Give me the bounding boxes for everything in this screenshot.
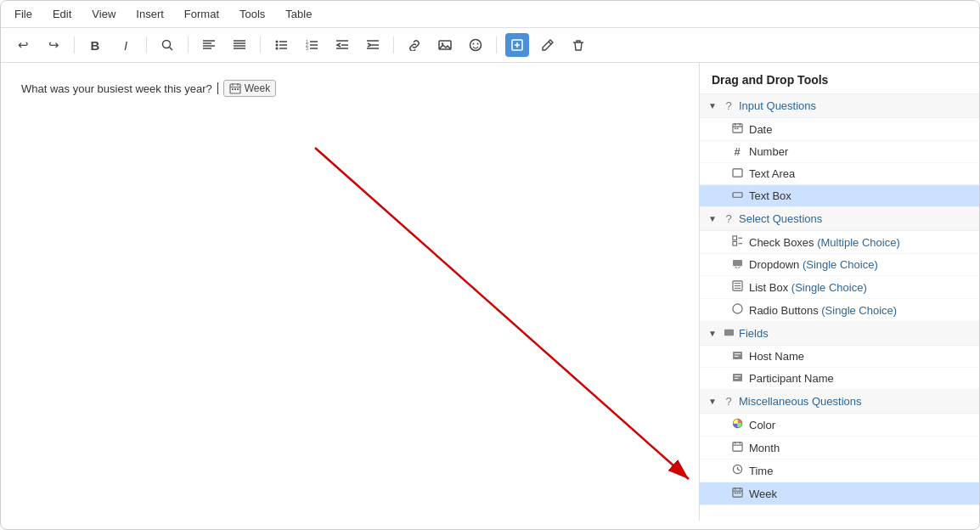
link-button[interactable] xyxy=(403,33,426,57)
date-icon xyxy=(730,122,744,136)
week-field-pill[interactable]: Week xyxy=(223,80,276,97)
item-week[interactable]: Week xyxy=(700,482,979,505)
item-label-radio: Radio Buttons (Single Choice) xyxy=(749,304,897,317)
svg-line-1 xyxy=(170,48,173,51)
outdent-button[interactable] xyxy=(330,33,354,57)
item-label-time: Time xyxy=(749,465,773,477)
menu-file[interactable]: File xyxy=(11,6,36,22)
item-text-area[interactable]: Text Area xyxy=(700,163,979,185)
group-select-questions[interactable]: ▼ ? Select Questions xyxy=(700,207,979,231)
image-icon xyxy=(438,39,452,51)
item-participant-name[interactable]: Participant Name xyxy=(700,368,979,390)
redo-button[interactable]: ↪ xyxy=(42,33,65,57)
italic-button[interactable]: I xyxy=(114,33,138,57)
menu-table[interactable]: Table xyxy=(282,6,315,22)
item-month[interactable]: Month xyxy=(700,437,979,460)
item-dropdown[interactable]: Dropdown (Single Choice) xyxy=(700,254,979,276)
item-number[interactable]: # Number xyxy=(700,141,979,163)
bullets-icon xyxy=(274,39,288,51)
svg-rect-85 xyxy=(736,493,738,494)
menu-format[interactable]: Format xyxy=(181,6,222,22)
find-button[interactable] xyxy=(155,33,179,57)
emoji-icon xyxy=(469,38,482,52)
outdent-icon xyxy=(335,39,349,51)
menu-edit[interactable]: Edit xyxy=(49,6,75,22)
svg-rect-54 xyxy=(733,192,742,197)
group-misc-questions[interactable]: ▼ ? Miscellaneous Questions xyxy=(700,390,979,414)
svg-point-32 xyxy=(477,43,479,45)
bold-button[interactable]: B xyxy=(83,33,107,57)
section-fields: ▼ Fields Host Name Participant Name xyxy=(700,322,979,390)
svg-point-14 xyxy=(276,48,279,50)
item-radio[interactable]: Radio Buttons (Single Choice) xyxy=(700,299,979,322)
numbered-button[interactable]: 1.2.3. xyxy=(300,33,324,57)
search-icon xyxy=(161,38,174,52)
svg-rect-57 xyxy=(732,241,736,245)
number-icon: # xyxy=(730,145,744,158)
dropdown-subtitle: (Single Choice) xyxy=(803,258,878,271)
svg-rect-53 xyxy=(733,168,742,176)
fields-icon xyxy=(722,327,735,340)
radio-icon xyxy=(730,303,744,317)
text-box-icon xyxy=(730,190,744,202)
item-checkboxes[interactable]: Check Boxes (Multiple Choice) xyxy=(700,231,979,254)
item-label-month: Month xyxy=(749,442,780,454)
align-left-icon xyxy=(202,39,216,51)
menu-tools[interactable]: Tools xyxy=(236,6,268,22)
question-icon: ? xyxy=(722,99,735,112)
edit-button[interactable] xyxy=(536,33,560,57)
right-panel: Drag and Drop Tools ▼ ? Input Questions … xyxy=(699,63,979,521)
svg-rect-51 xyxy=(734,128,735,130)
svg-rect-69 xyxy=(733,373,742,381)
undo-button[interactable]: ↩ xyxy=(11,33,35,57)
numbered-icon: 1.2.3. xyxy=(305,39,318,51)
item-label-number: Number xyxy=(749,145,788,158)
week-pill-label: Week xyxy=(245,82,270,94)
collapse-triangle-3: ▼ xyxy=(708,329,718,338)
indent-icon xyxy=(366,39,380,51)
radio-subtitle: (Single Choice) xyxy=(821,304,897,317)
emoji-button[interactable] xyxy=(464,33,487,57)
item-host-name[interactable]: Host Name xyxy=(700,346,979,368)
group-input-questions[interactable]: ▼ ? Input Questions xyxy=(700,94,979,118)
svg-rect-55 xyxy=(732,236,736,240)
item-listbox[interactable]: List Box (Single Choice) xyxy=(700,276,979,299)
svg-rect-52 xyxy=(736,128,738,130)
toolbar-separator-6 xyxy=(496,37,497,54)
editor-content: What was your busiest week this year? We… xyxy=(21,80,679,97)
toolbar-separator-5 xyxy=(393,37,394,54)
group-fields[interactable]: ▼ Fields xyxy=(700,322,979,346)
align-left-button[interactable] xyxy=(197,33,221,57)
image-button[interactable] xyxy=(433,33,457,57)
item-label-checkboxes: Check Boxes (Multiple Choice) xyxy=(749,236,900,249)
item-label-dropdown: Dropdown (Single Choice) xyxy=(749,258,878,271)
item-color[interactable]: Color xyxy=(700,414,979,437)
bullets-button[interactable] xyxy=(269,33,293,57)
delete-button[interactable] xyxy=(566,33,590,57)
svg-rect-66 xyxy=(733,351,742,358)
svg-rect-73 xyxy=(732,443,741,451)
collapse-triangle-2: ▼ xyxy=(708,214,718,223)
item-label-participant-name: Participant Name xyxy=(749,372,834,385)
svg-line-36 xyxy=(549,42,551,44)
align-justify-button[interactable] xyxy=(228,33,251,57)
panel-header: Drag and Drop Tools xyxy=(700,63,979,94)
svg-rect-84 xyxy=(734,493,735,494)
svg-rect-43 xyxy=(234,88,236,90)
item-label-week: Week xyxy=(749,488,777,500)
listbox-subtitle: (Single Choice) xyxy=(791,281,867,294)
item-date[interactable]: Date xyxy=(700,118,979,141)
menu-view[interactable]: View xyxy=(88,6,119,22)
svg-point-0 xyxy=(163,41,171,48)
toolbar: ↩ ↪ B I 1.2.3. xyxy=(1,28,979,63)
editor-area[interactable]: What was your busiest week this year? We… xyxy=(1,63,699,521)
item-time[interactable]: Time xyxy=(700,460,979,482)
item-label-text-area: Text Area xyxy=(749,167,795,180)
item-label-color: Color xyxy=(749,419,775,431)
insert-field-button[interactable] xyxy=(505,33,529,57)
menu-insert[interactable]: Insert xyxy=(132,6,167,22)
host-name-icon xyxy=(730,351,744,363)
indent-button[interactable] xyxy=(361,33,385,57)
item-text-box[interactable]: Text Box xyxy=(700,185,979,207)
svg-text:3.: 3. xyxy=(306,46,309,51)
